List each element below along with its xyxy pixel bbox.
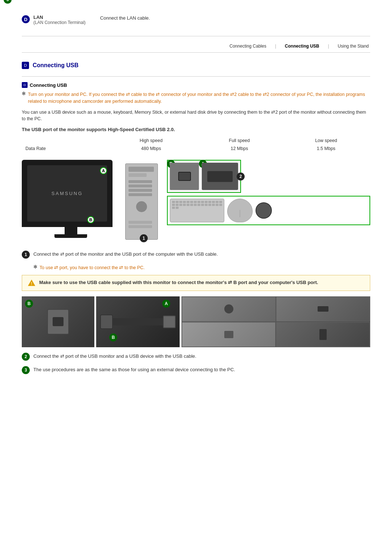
- table-header-empty: [22, 137, 106, 145]
- note-text-1: Turn on your monitor and PC. If you conn…: [28, 91, 370, 105]
- step-3-row: 3 The use procedures are as the same as …: [22, 366, 370, 374]
- table-cell-label: Data Rate: [22, 145, 106, 153]
- photo-q1: [182, 297, 275, 321]
- step-2-circle: 2: [22, 353, 30, 361]
- top-connector-row: B A 2: [167, 160, 370, 193]
- subsection-label: Connecting USB: [30, 82, 67, 88]
- section-header: D Connecting USB: [22, 62, 370, 69]
- table-row: Data Rate 480 Mbps 12 Mbps 1.5 Mbps: [22, 145, 370, 153]
- computer-diagram: 1: [125, 160, 162, 243]
- table-cell-full: 12 Mbps: [197, 145, 282, 153]
- step-3-text: The use procedures are as the same as th…: [33, 366, 235, 373]
- warning-icon: [28, 279, 36, 287]
- monitor-foot: [54, 234, 87, 238]
- peripheral-row: 3: [167, 196, 370, 225]
- section-icon: D: [22, 62, 29, 69]
- lan-subtitle: (LAN Connection Terminal): [33, 20, 86, 25]
- warning-text: Make sure to use the USB cable supplied …: [39, 279, 318, 286]
- step-number-1: 1: [140, 234, 148, 242]
- lan-description: Connect the LAN cable.: [100, 15, 150, 21]
- section-title: Connecting USB: [33, 62, 78, 69]
- step-1-circle: 1: [22, 251, 30, 259]
- main-diagram: SAMSUNG A B: [22, 160, 370, 243]
- step-1-note-text: To use ⇄ port, you have to connect the ⇄…: [40, 264, 145, 271]
- subsection-header: D Connecting USB: [22, 82, 370, 88]
- keyboard-visual: [170, 199, 224, 222]
- photo-ports-grid: [181, 296, 370, 347]
- photo-usb-b: B: [22, 296, 94, 347]
- tab-connecting-cables[interactable]: Connecting Cables: [228, 43, 268, 49]
- monitor-neck: [65, 227, 77, 234]
- monitor-diagram: SAMSUNG A B: [22, 160, 120, 243]
- photo-b-circle: B: [25, 300, 33, 308]
- step-number-3: 3: [4, 0, 12, 4]
- lan-section: D LAN (LAN Connection Terminal) Connect …: [22, 7, 370, 36]
- lan-title: LAN: [33, 15, 86, 20]
- photo-q3: [182, 322, 275, 347]
- webcam-visual: [256, 202, 272, 219]
- note-text-2: You can use a USB device such as a mouse…: [22, 109, 370, 123]
- photo-b2-circle: B: [109, 333, 117, 341]
- tab-using-stand[interactable]: Using the Stand: [336, 43, 370, 49]
- bold-statement: The USB port of the monitor supports Hig…: [22, 127, 370, 132]
- subsection-icon: D: [22, 82, 28, 88]
- step-2-text: Connect the ⇄ port of the USB monitor an…: [33, 353, 196, 360]
- step-number-2: 2: [237, 173, 245, 181]
- table-header-high: High speed: [106, 137, 197, 145]
- usb-table: High speed Full speed Low speed Data Rat…: [22, 137, 370, 153]
- step-2-row: 2 Connect the ⇄ port of the USB monitor …: [22, 353, 370, 361]
- tab-connecting-usb[interactable]: Connecting USB: [283, 43, 321, 49]
- photo-q4: [276, 322, 370, 347]
- connector-area: B A 2: [167, 160, 370, 243]
- photo-q2: [276, 297, 370, 321]
- step-1-note: ✻ To use ⇄ port, you have to connect the…: [33, 264, 370, 271]
- lan-info: LAN (LAN Connection Terminal): [33, 15, 86, 25]
- monitor-body: SAMSUNG A B: [22, 160, 113, 227]
- usb-port-b: [170, 163, 199, 190]
- peripherals-box: 3: [167, 196, 370, 225]
- step-1-text: Connect the ⇄ port of the monitor and th…: [33, 251, 218, 258]
- note-asterisk-1: ✻ Turn on your monitor and PC. If you co…: [22, 91, 370, 105]
- photo-cable: A B: [96, 296, 180, 347]
- table-header-low: Low speed: [282, 137, 370, 145]
- circle-label-b: B: [87, 216, 94, 223]
- usb-connectors-box: B A 2: [167, 160, 241, 193]
- step-3-circle: 3: [22, 366, 30, 374]
- mouse-visual: [227, 199, 253, 222]
- circle-label-a: A: [100, 167, 107, 174]
- lan-icon: D: [22, 15, 30, 23]
- warning-box: Make sure to use the USB cable supplied …: [22, 275, 370, 291]
- cable-photos: B A B: [22, 296, 370, 347]
- photo-a-circle: A: [162, 300, 170, 308]
- table-header-full: Full speed: [197, 137, 282, 145]
- nav-tabs: Connecting Cables | Connecting USB | Usi…: [22, 40, 370, 53]
- step-1-row: 1 Connect the ⇄ port of the monitor and …: [22, 251, 370, 259]
- table-cell-high: 480 Mbps: [106, 145, 197, 153]
- monitor-screen: SAMSUNG: [27, 165, 107, 222]
- divider: [22, 76, 370, 77]
- usb-plug-a: [202, 163, 238, 190]
- table-cell-low: 1.5 Mbps: [282, 145, 370, 153]
